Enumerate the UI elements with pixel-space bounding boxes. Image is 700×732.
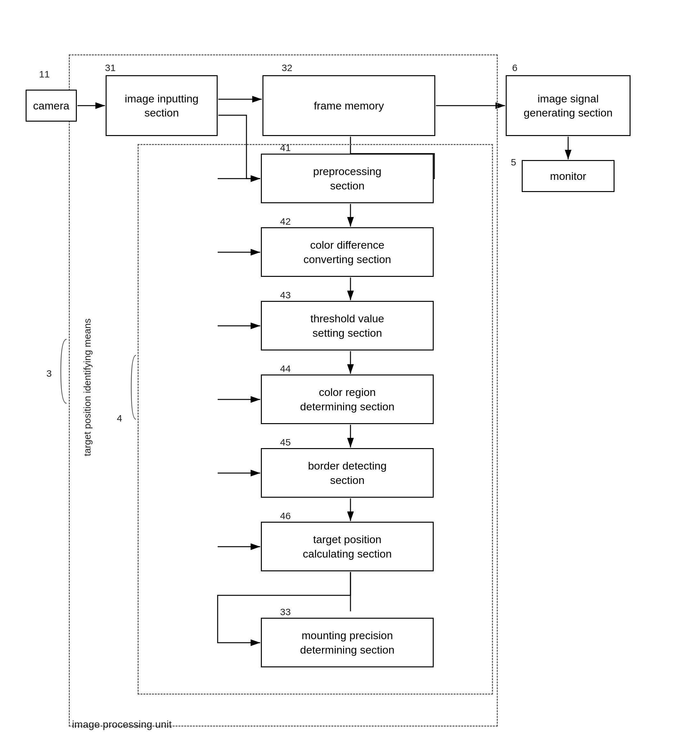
image-inputting-box: image inputtingsection <box>106 75 218 136</box>
ref-monitor: 5 <box>511 157 516 168</box>
threshold-label: threshold valuesetting section <box>310 312 384 340</box>
ref-image-signal: 6 <box>512 62 518 73</box>
image-inputting-label: image inputtingsection <box>125 91 199 120</box>
target-position-label: target position identifying means <box>81 319 93 456</box>
frame-memory-box: frame memory <box>262 75 435 136</box>
preprocessing-box: preprocessingsection <box>261 154 434 203</box>
ref-preprocessing: 41 <box>280 143 291 153</box>
preprocessing-label: preprocessingsection <box>313 164 381 193</box>
ref-threshold: 43 <box>280 290 291 301</box>
ref-border: 45 <box>280 437 291 448</box>
target-pos-box: target positioncalculating section <box>261 522 434 571</box>
ref-mounting: 33 <box>280 607 291 617</box>
image-signal-label: image signalgenerating section <box>524 91 613 120</box>
ref-3: 3 <box>46 368 52 379</box>
border-box: border detectingsection <box>261 448 434 498</box>
color-region-label: color regiondetermining section <box>300 385 395 413</box>
camera-label: camera <box>33 98 69 113</box>
target-position-label-container: target position identifying means <box>80 243 94 531</box>
ref-target-pos: 46 <box>280 510 291 522</box>
image-signal-box: image signalgenerating section <box>506 75 631 136</box>
ref-color-diff: 42 <box>280 216 291 227</box>
mounting-label: mounting precisiondetermining section <box>300 628 395 657</box>
color-region-box: color regiondetermining section <box>261 375 434 424</box>
monitor-box: monitor <box>522 160 615 192</box>
ref-image-inputting: 31 <box>105 62 116 73</box>
monitor-label: monitor <box>550 169 586 183</box>
threshold-box: threshold valuesetting section <box>261 301 434 350</box>
ref-frame-memory: 32 <box>282 62 292 73</box>
ref-4: 4 <box>117 413 122 424</box>
border-label: border detectingsection <box>308 459 387 487</box>
mounting-box: mounting precisiondetermining section <box>261 618 434 667</box>
ref-color-region: 44 <box>280 363 291 374</box>
target-pos-label: target positioncalculating section <box>303 532 392 560</box>
camera-box: camera <box>26 90 77 122</box>
image-processing-unit-label: image processing unit <box>72 719 172 731</box>
color-diff-box: color differenceconverting section <box>261 227 434 277</box>
ref-camera: 11 <box>39 69 50 80</box>
color-diff-label: color differenceconverting section <box>303 238 391 266</box>
frame-memory-label: frame memory <box>314 98 384 113</box>
